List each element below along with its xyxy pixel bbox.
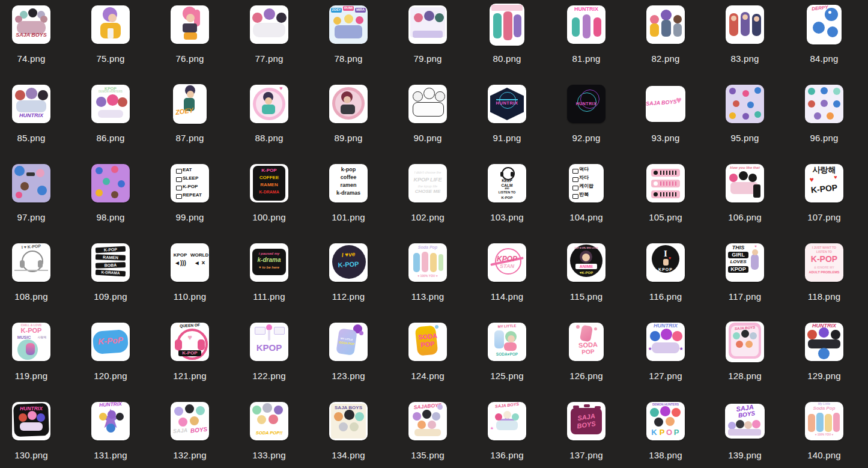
file-name[interactable]: 109.png [94, 291, 127, 302]
file-item[interactable]: HUNTRIX★★127.png [626, 317, 705, 397]
file-item[interactable]: KPOP122.png [229, 317, 309, 397]
file-name[interactable]: 124.png [411, 371, 445, 381]
file-name[interactable]: 75.png [96, 53, 124, 64]
file-item[interactable]: I didn't choose theKPOP LIFEthe kpop lif… [388, 159, 467, 238]
file-name[interactable]: 119.png [15, 371, 48, 381]
file-item[interactable]: KPOPDEMON HUNTERS86.png [71, 79, 150, 159]
file-item[interactable]: K-POPCOFFEERAMENK-DRAMA100.png [229, 159, 309, 238]
file-name[interactable]: 130.png [14, 450, 48, 460]
file-name[interactable]: 106.png [728, 212, 762, 222]
file-name[interactable]: 107.png [807, 212, 841, 222]
file-item[interactable]: HUNTRIX130.png [0, 397, 71, 468]
file-name[interactable]: 102.png [411, 212, 445, 222]
file-name[interactable]: 111.png [253, 291, 285, 302]
file-name[interactable]: 76.png [175, 53, 204, 64]
file-item[interactable]: THISGIRLLOVESKPOP♥117.png [705, 238, 785, 317]
file-item[interactable]: K-PoP120.png [71, 317, 150, 397]
file-name[interactable]: 108.png [14, 291, 48, 302]
file-item[interactable]: 96.png [785, 79, 864, 159]
file-name[interactable]: 84.png [810, 53, 838, 64]
file-name[interactable]: 100.png [252, 212, 286, 222]
file-name[interactable]: 101.png [332, 212, 365, 222]
file-name[interactable]: 140.png [807, 450, 841, 460]
file-name[interactable]: 135.png [411, 450, 445, 460]
file-item[interactable]: 83.png [705, 0, 785, 79]
file-item[interactable]: 90.png [388, 79, 467, 159]
file-name[interactable]: 86.png [96, 133, 124, 143]
file-item[interactable]: KPOPSTAN114.png [467, 238, 547, 317]
file-name[interactable]: 97.png [17, 212, 45, 222]
file-name[interactable]: 99.png [175, 212, 204, 222]
file-item[interactable]: 80.png [467, 0, 547, 79]
file-item[interactable]: HUNTRIX81.png [547, 0, 626, 79]
file-item[interactable]: EATSLEEPK-POPREPEAT99.png [150, 159, 229, 238]
file-name[interactable]: 133.png [252, 450, 286, 460]
file-item[interactable]: KPOPWORLD◄)))◄ ×110.png [150, 238, 229, 317]
file-item[interactable]: 76.png [150, 0, 229, 79]
file-name[interactable]: 115.png [570, 291, 603, 302]
file-item[interactable]: 105.png [626, 159, 705, 238]
file-name[interactable]: 126.png [569, 371, 603, 381]
file-item[interactable]: I ♥veK-POP112.png [309, 238, 388, 317]
file-item[interactable]: SAJABOYS132.png [150, 397, 229, 468]
file-item[interactable]: KEEPCALMANDLISTEN TOK-POP103.png [467, 159, 547, 238]
file-item[interactable]: 79.png [388, 0, 467, 79]
file-item[interactable]: i paused myk-drama♥ to be here111.png [229, 238, 309, 317]
file-item[interactable]: HUNTRIX91.png [467, 79, 547, 159]
file-item[interactable]: 먹다자다케이팝반복104.png [547, 159, 626, 238]
file-item[interactable]: ★SAJA BOYS★136.png [467, 397, 547, 468]
file-name[interactable]: 82.png [651, 53, 679, 64]
file-item[interactable]: SAJA BOYS128.png [705, 317, 785, 397]
file-name[interactable]: 95.png [730, 133, 759, 143]
file-item[interactable]: MY LITTLESODA♥POP125.png [467, 317, 547, 397]
file-name[interactable]: 116.png [649, 291, 682, 302]
file-name[interactable]: 138.png [649, 450, 682, 460]
file-item[interactable]: 사랑해♥♥K-POP107.png [785, 159, 864, 238]
file-grid[interactable]: SAJA BOYS74.png75.png76.png77.pngZOEYRUM… [0, 0, 868, 468]
file-name[interactable]: 104.png [569, 212, 603, 222]
file-name[interactable]: 136.png [490, 450, 524, 460]
file-item[interactable]: k-popcoffeeramenk-dramas101.png [309, 159, 388, 238]
file-item[interactable]: K-POPRAMENBOBAK-DRAMA109.png [71, 238, 150, 317]
file-item[interactable]: SAJABOYS139.png [705, 397, 785, 468]
file-name[interactable]: 98.png [96, 212, 124, 222]
file-item[interactable]: DERPY84.png [785, 0, 864, 79]
file-item[interactable]: SAJA BOYS♥93.png [626, 79, 705, 159]
file-name[interactable]: 92.png [572, 133, 600, 143]
file-item[interactable]: SAJA BOYS134.png [309, 397, 388, 468]
file-name[interactable]: 129.png [807, 371, 841, 381]
file-item[interactable]: 89.png [309, 79, 388, 159]
file-item[interactable]: 98.png [71, 159, 150, 238]
file-name[interactable]: 105.png [649, 212, 682, 222]
file-name[interactable]: 93.png [651, 133, 679, 143]
file-item[interactable]: SAJABOYS137.png [547, 397, 626, 468]
file-item[interactable]: I♥KPOP116.png [626, 238, 705, 317]
file-item[interactable]: SODAPOP124.png [388, 317, 467, 397]
file-name[interactable]: 123.png [332, 371, 365, 381]
file-item[interactable]: JUST A GIRL WHO LOVESANIME♥K-POP115.png [547, 238, 626, 317]
file-name[interactable]: 78.png [334, 53, 362, 64]
file-name[interactable]: 112.png [332, 291, 365, 302]
file-item[interactable]: SAJA BOYS74.png [0, 0, 71, 79]
file-item[interactable]: MY LITTLESODA POP123.png [309, 317, 388, 397]
file-item[interactable]: DEMON HUNTERSKPOP138.png [626, 397, 705, 468]
file-name[interactable]: 120.png [94, 371, 127, 381]
file-item[interactable]: I JUST WANT TOLISTEN TOK-POP& IGNORE MYA… [785, 238, 864, 317]
file-name[interactable]: 139.png [728, 450, 762, 460]
file-item[interactable]: CHILL & LOVEK-POPMUSIC사랑해119.png [0, 317, 71, 397]
file-item[interactable]: HUNTRIX92.png [547, 79, 626, 159]
file-name[interactable]: 132.png [173, 450, 207, 460]
file-item[interactable]: 75.png [71, 0, 150, 79]
file-item[interactable]: HUNTRIX129.png [785, 317, 864, 397]
file-name[interactable]: 122.png [252, 371, 286, 381]
file-name[interactable]: 128.png [728, 371, 762, 381]
file-name[interactable]: 96.png [810, 133, 838, 143]
file-item[interactable]: Soda Pop♥ 100% YOU ♥113.png [388, 238, 467, 317]
file-item[interactable]: ♥88.png [229, 79, 309, 159]
file-name[interactable]: 121.png [173, 371, 207, 381]
file-item[interactable]: 97.png [0, 159, 71, 238]
file-name[interactable]: 81.png [572, 53, 600, 64]
file-name[interactable]: 125.png [490, 371, 524, 381]
file-item[interactable]: ZOEYRUMIMIRA78.png [309, 0, 388, 79]
file-item[interactable]: 77.png [229, 0, 309, 79]
